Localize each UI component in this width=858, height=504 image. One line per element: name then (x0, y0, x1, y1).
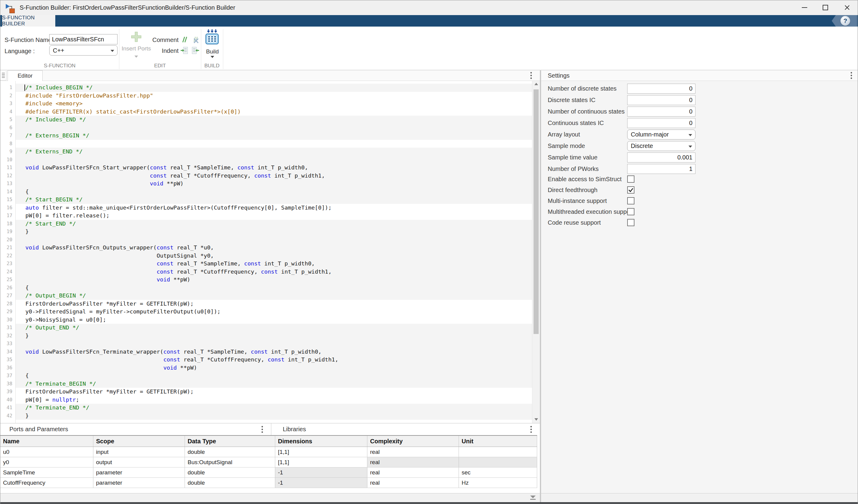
table-cell[interactable]: input (93, 447, 185, 457)
setting-label: Code reuse support (548, 219, 601, 226)
collapse-panel-button[interactable] (528, 494, 538, 501)
setting-checkbox-direct-feedthrough[interactable] (627, 186, 634, 194)
insert-ports-plus-icon (130, 31, 142, 43)
table-cell[interactable]: [1,1] (275, 447, 367, 457)
code-line: 12 const real_T *CutoffFrequency, const … (0, 172, 540, 180)
line-number: 24 (0, 268, 12, 276)
minimize-button[interactable] (795, 0, 814, 15)
table-cell[interactable]: real (367, 478, 459, 488)
line-number: 2 (0, 92, 12, 100)
code-line[interactable]: 29y0->FilteredSignal = myFilter->compute… (0, 308, 540, 316)
ribbon-tab-band: S-FUNCTION BUILDER (0, 15, 858, 27)
code-line[interactable]: 39FirstOrderLowPassFilter *myFilter = GE… (0, 388, 540, 396)
scroll-up-icon[interactable] (535, 83, 538, 85)
table-cell[interactable]: real (367, 447, 459, 457)
code-line[interactable]: 28FirstOrderLowPassFilter *myFilter = GE… (0, 300, 540, 308)
code-line[interactable]: 30y0->NoisySignal = u0[0]; (0, 316, 540, 324)
table-cell[interactable]: double (185, 478, 275, 488)
tab-sfunction-builder[interactable]: S-FUNCTION BUILDER (2, 15, 55, 27)
table-cell[interactable]: CutoffFrequency (0, 478, 93, 488)
help-button[interactable]: ? (841, 16, 850, 26)
code-line[interactable]: 3#include <memory> (0, 100, 540, 108)
language-select[interactable]: C++ (49, 45, 117, 55)
table-cell[interactable]: double (185, 447, 275, 457)
code-line: 22 OutputSignal *y0, (0, 252, 540, 260)
close-button[interactable] (838, 0, 857, 15)
setting-input-discrete-states-ic[interactable]: 0 (627, 95, 696, 105)
setting-input-number-of-pworks[interactable]: 1 (627, 164, 696, 174)
table-row[interactable]: y0outputBus:OutputSignal[1,1]real (0, 457, 537, 468)
outdent-icon[interactable] (192, 47, 200, 54)
line-number: 9 (0, 148, 12, 156)
panel-handle-icon[interactable] (0, 71, 6, 80)
code-line[interactable]: 16auto filter = std::make_unique<FirstOr… (0, 204, 540, 212)
editor-panel: Editor 1/* Includes_BEGIN */2#include "F… (0, 70, 540, 423)
setting-input-sample-time-value[interactable]: 0.001 (627, 152, 696, 162)
code-line[interactable]: 8 (0, 140, 540, 148)
table-cell[interactable] (459, 447, 537, 457)
column-header-dimensions: Dimensions (275, 436, 367, 446)
table-cell[interactable]: parameter (93, 468, 185, 477)
setting-checkbox-code-reuse-support[interactable] (627, 219, 634, 226)
settings-menu-kebab-icon[interactable] (848, 71, 855, 79)
panel-splitter[interactable] (540, 70, 541, 502)
setting-checkbox-enable-access-to-simstruct[interactable] (627, 176, 634, 183)
code-line: 5/* Includes_END */ (0, 116, 540, 124)
setting-checkbox-multithreaded-execution-support[interactable] (627, 208, 634, 215)
table-cell[interactable]: y0 (0, 457, 93, 467)
comment-label: Comment (142, 34, 178, 45)
table-cell[interactable]: double (185, 468, 275, 477)
code-line: 25 void **pW) (0, 276, 540, 284)
table-cell[interactable]: parameter (93, 478, 185, 488)
editor-menu-kebab-icon[interactable] (528, 71, 535, 79)
setting-checkbox-multi-instance-support[interactable] (627, 197, 634, 205)
build-button[interactable]: Build (203, 48, 221, 55)
table-cell[interactable]: Hz (459, 478, 537, 488)
build-caret-icon[interactable] (210, 56, 214, 58)
table-cell[interactable]: Bus:OutputSignal (185, 457, 275, 467)
code-line[interactable]: 17pW[0] = filter.release(); (0, 212, 540, 220)
line-number: 17 (0, 212, 12, 220)
table-row[interactable]: CutoffFrequencyparameterdouble-1realHz (0, 478, 537, 488)
libraries-panel-title[interactable]: Libraries (283, 423, 306, 435)
setting-select-sample-mode[interactable]: Discrete (627, 141, 696, 151)
indent-icon[interactable] (180, 47, 188, 54)
line-number: 41 (0, 404, 12, 412)
line-number: 38 (0, 380, 12, 388)
maximize-button[interactable] (816, 0, 835, 15)
setting-input-number-of-continuous-states[interactable]: 0 (627, 107, 696, 117)
libraries-menu-kebab-icon[interactable] (528, 425, 535, 433)
table-row[interactable]: SampleTimeparameterdouble-1realsec (0, 468, 537, 478)
uncomment-icon[interactable] (192, 36, 200, 44)
code-line[interactable]: 40pW[0] = nullptr; (0, 396, 540, 404)
sfunction-name-input[interactable]: LowPassFilterSFcn (49, 34, 117, 44)
table-cell[interactable]: real (367, 468, 459, 477)
line-number: 22 (0, 252, 12, 260)
code-line[interactable]: 4#define GETFILTER(x) static_cast<FirstO… (0, 108, 540, 116)
code-line[interactable]: 2#include "FirstOrderLowPassFilter.hpp" (0, 92, 540, 100)
line-number: 8 (0, 140, 12, 148)
setting-input-continuous-states-ic[interactable]: 0 (627, 118, 696, 128)
editor-scrollbar[interactable] (532, 81, 540, 423)
table-cell[interactable]: output (93, 457, 185, 467)
table-cell[interactable]: SampleTime (0, 468, 93, 477)
code-editor[interactable]: 1/* Includes_BEGIN */2#include "FirstOrd… (0, 81, 540, 423)
group-separator (223, 29, 223, 69)
window-bottom-edge (0, 502, 858, 504)
table-row[interactable]: u0inputdouble[1,1]real (0, 447, 537, 457)
line-number: 40 (0, 396, 12, 404)
table-cell[interactable]: sec (459, 468, 537, 477)
scrollbar-thumb[interactable] (534, 90, 539, 334)
gutter-divider (15, 81, 16, 423)
bottom-strip (0, 493, 858, 502)
tab-editor[interactable]: Editor (7, 70, 43, 81)
comment-icon[interactable] (180, 36, 188, 44)
table-cell[interactable]: u0 (0, 447, 93, 457)
ports-menu-kebab-icon[interactable] (259, 425, 266, 433)
setting-select-array-layout[interactable]: Column-major (627, 130, 696, 140)
table-cell[interactable]: [1,1] (275, 457, 367, 467)
code-line: 34void LowPassFilterSFcn_Terminate_wrapp… (0, 348, 540, 356)
setting-input-number-of-discrete-states[interactable]: 0 (627, 84, 696, 94)
code-line: 11void LowPassFilterSFcn_Start_wrapper(c… (0, 164, 540, 172)
scroll-down-icon[interactable] (535, 418, 538, 421)
